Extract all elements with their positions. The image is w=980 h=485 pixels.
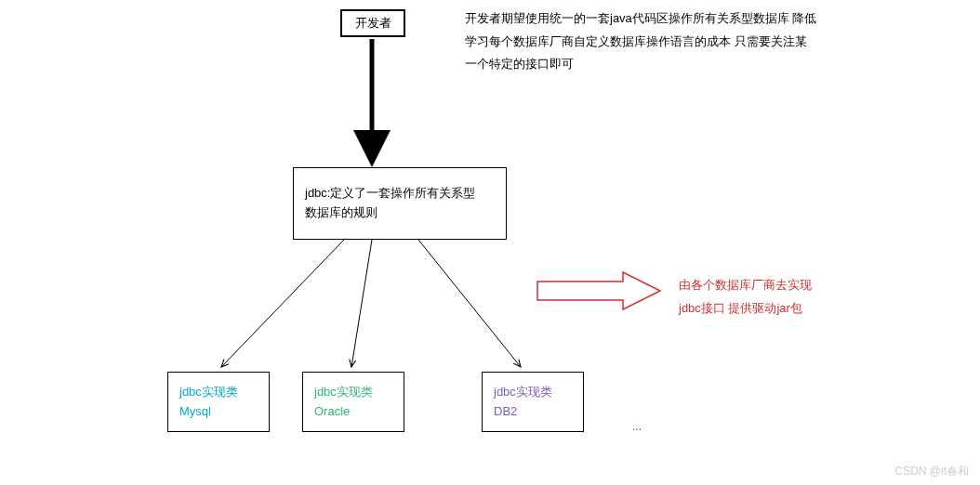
- description-text: 开发者期望使用统一的一套java代码区操作所有关系型数据库 降低学习每个数据库厂…: [465, 7, 818, 76]
- jdbc-definition-box: jdbc:定义了一套操作所有关系型 数据库的规则: [293, 167, 507, 240]
- impl-oracle-line2: Oracle: [314, 402, 392, 422]
- impl-mysql-line1: jdbc实现类: [179, 383, 258, 402]
- impl-oracle-line1: jdbc实现类: [314, 383, 392, 402]
- jdbc-def-line1: jdbc:定义了一套操作所有关系型: [305, 184, 495, 203]
- arrow-jdbc-to-db2: [418, 240, 521, 367]
- impl-db2-line1: jdbc实现类: [494, 383, 572, 402]
- ellipsis-text: ...: [632, 420, 642, 433]
- impl-db2-line2: DB2: [494, 402, 572, 422]
- arrow-jdbc-to-oracle: [351, 240, 372, 367]
- arrow-vendor-note: [537, 272, 660, 309]
- impl-mysql-line2: Mysql: [179, 402, 258, 422]
- vendor-note-text: 由各个数据库厂商去实现jdbc接口 提供驱动jar包: [679, 274, 818, 320]
- developer-box: 开发者: [340, 9, 405, 37]
- impl-mysql-box: jdbc实现类 Mysql: [167, 372, 270, 432]
- developer-label: 开发者: [346, 14, 400, 33]
- impl-db2-box: jdbc实现类 DB2: [482, 372, 584, 432]
- arrow-jdbc-to-mysql: [221, 240, 344, 367]
- jdbc-def-line2: 数据库的规则: [305, 203, 495, 223]
- impl-oracle-box: jdbc实现类 Oracle: [302, 372, 404, 432]
- watermark-text: CSDN @it春和: [894, 464, 969, 479]
